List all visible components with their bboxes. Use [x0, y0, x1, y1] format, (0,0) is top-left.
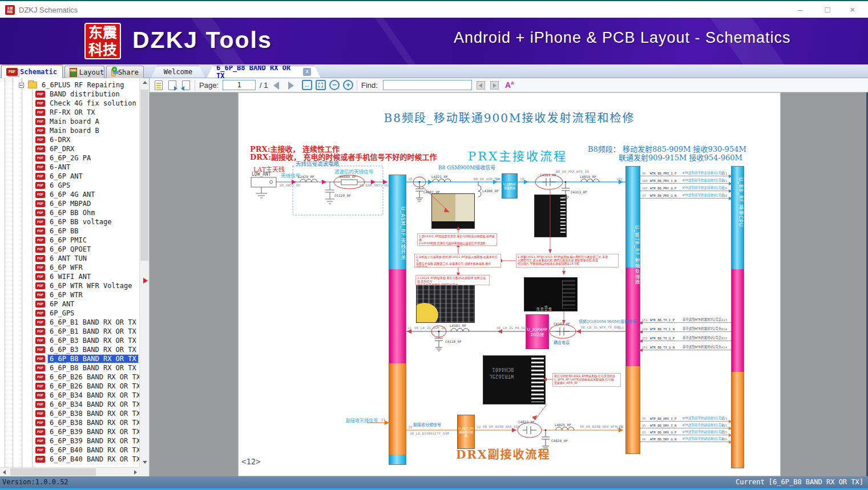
- tree-item[interactable]: PDF6_6P_B39 BAND RX OR TX: [0, 427, 139, 436]
- vertical-scroll-thumb[interactable]: [140, 90, 148, 261]
- tree-item[interactable]: PDF6_6P 4G ANT: [0, 190, 139, 199]
- minimize-button[interactable]: –: [792, 3, 809, 16]
- tree-item[interactable]: PDF6_6P QPOET: [0, 245, 139, 254]
- tree-item[interactable]: PDF6_6P_B3 BAND RX OR TX Mai: [0, 345, 139, 354]
- next-page-icon[interactable]: [288, 82, 294, 90]
- pdf-icon: PDF: [35, 91, 45, 98]
- properties-icon[interactable]: [155, 80, 163, 90]
- tree-root-folder[interactable]: 6_6PLUS RF Repairing: [0, 80, 126, 90]
- doc-tab-welcome[interactable]: Welcome: [151, 66, 205, 78]
- prev-page-icon[interactable]: [273, 82, 279, 90]
- tree-item[interactable]: PDF6_6P_B26 BAND RX OR TX: [0, 372, 139, 382]
- tree-item-label: 6_6P_B3 BAND RX OR TX: [48, 337, 138, 345]
- tree-item[interactable]: PDF6P ANT: [0, 299, 139, 309]
- tree-item-label: 6_6P 4G ANT: [48, 191, 96, 199]
- scroll-right-icon[interactable]: [131, 468, 140, 476]
- prev-view-icon[interactable]: [168, 80, 176, 90]
- signal-row: 76WTR_BB_DRX_I_PWTR送到基带的副接收I信号正E13: [640, 415, 731, 422]
- tree-item[interactable]: PDF6_6P MBPAD: [0, 199, 139, 208]
- tree-item[interactable]: PDF6P_GPS: [0, 309, 139, 318]
- tab-share[interactable]: Share: [106, 66, 144, 78]
- maximize-button[interactable]: □: [819, 3, 836, 16]
- tree-vertical-scrollbar[interactable]: [139, 78, 149, 467]
- scroll-down-icon[interactable]: [140, 458, 150, 467]
- tab-layout-label: Layout: [79, 68, 104, 76]
- tree-item[interactable]: PDFCheck 4G fix solution: [0, 99, 139, 108]
- tree-item[interactable]: PDF6_6P_2G PA: [0, 153, 139, 163]
- tree-item[interactable]: PDF6_6P_B40 BAND RX OR TX: [0, 446, 139, 455]
- label-filtered-signal: 滤波后的天线信号: [334, 168, 373, 175]
- tree-item[interactable]: PDF6-DRX: [0, 135, 139, 144]
- next-view-icon[interactable]: [182, 80, 190, 90]
- tree-item[interactable]: PDF6 WIFI ANT: [0, 272, 139, 281]
- tree-item-label: 6_6P MBPAD: [48, 200, 92, 208]
- tree-item[interactable]: PDF6-ANT: [0, 163, 139, 172]
- tree-item[interactable]: PDF6_6P BB Ohm: [0, 208, 139, 217]
- tree-item[interactable]: PDF6 ANT TUN: [0, 254, 139, 263]
- tree-item-label: 6_6P WTR: [48, 291, 84, 299]
- tab-close-icon[interactable]: x: [303, 68, 311, 76]
- tree-item[interactable]: PDF6_6P WTR WFR Voltage: [0, 281, 139, 290]
- tree-item[interactable]: PDF6_6P BB voltage: [0, 217, 139, 226]
- prx-iq-signals: 99WTR_BB_PRX_I_PWTR送到基带的主接收I信号正E11100WTR…: [640, 169, 731, 199]
- tree-item[interactable]: PDF6_6P_B26 BAND RX OR TX Ma: [0, 382, 139, 391]
- tree-item[interactable]: PDF6 GPS: [0, 181, 139, 190]
- tree-item[interactable]: PDF6_6P_B1 BAND RX OR TX Mai: [0, 327, 139, 336]
- fit-page-icon[interactable]: [316, 80, 326, 90]
- signal-desc: WTR送到基带的主接收Q信号负: [683, 193, 725, 197]
- app-banner: 东震科技 DZKJ Tools Android + iPhone & PCB L…: [0, 18, 868, 64]
- signal-desc: 基带送到WTR的发射I信号正: [683, 317, 721, 322]
- signal-pin2: C11: [721, 179, 727, 183]
- fit-width-icon[interactable]: ↔: [302, 80, 312, 90]
- pdf-icon: PDF: [35, 182, 45, 189]
- zoom-out-icon[interactable]: −: [329, 80, 340, 90]
- tree-item[interactable]: PDFMain board A: [0, 117, 139, 126]
- tree-item[interactable]: PDF6_6P_B34 BAND RX OR TX Ma: [0, 400, 139, 409]
- tree-item[interactable]: PDF6P_DRX: [0, 144, 139, 153]
- tree-item[interactable]: PDF6_6P_B38 BAND RX OR TX Ma: [0, 418, 139, 427]
- tab-layout[interactable]: PADS Layout: [64, 66, 104, 78]
- tree-item[interactable]: PDF6_6P_B3 BAND RX OR TX: [0, 336, 139, 345]
- horizontal-scroll-thumb[interactable]: [10, 468, 96, 476]
- signal-pin2: E15: [721, 431, 727, 434]
- tree-item[interactable]: PDF6_6P BB: [0, 226, 139, 236]
- repair-note: 1.测量C4311_RF和C4313_RF焊接天线,输入网打信号逐查第二步,手滑…: [516, 254, 619, 268]
- label-low-ant: LOW_ANT: [252, 172, 271, 177]
- close-button[interactable]: ×: [844, 3, 861, 16]
- doc-tab-current[interactable]: 6_6P_B8 BAND RX OR TX x: [207, 66, 321, 78]
- label-l4101: L4101_RF: [450, 323, 466, 327]
- tree-item[interactable]: PDF6_6P_B8 BAND RX OR TX: [0, 354, 139, 363]
- collapse-icon[interactable]: [19, 83, 24, 88]
- zoom-in-icon[interactable]: +: [343, 80, 353, 90]
- tree-item[interactable]: PDF6_6P_B34 BAND RX OR TX: [0, 391, 139, 400]
- tree-item[interactable]: PDF6_6P WTR: [0, 290, 139, 299]
- find-next-icon[interactable]: [490, 81, 499, 90]
- pdf-icon: PDF: [35, 328, 45, 335]
- pdf-icon: PDF: [35, 355, 45, 362]
- pdf-icon: PDF: [35, 100, 45, 107]
- signal-pin2: B13: [721, 337, 727, 340]
- tree-item-label: 6_6P_B38 BAND RX OR TX: [48, 410, 139, 418]
- tree-item[interactable]: PDF6_6P ANT: [0, 172, 139, 181]
- font-size-icon[interactable]: Aa: [505, 80, 514, 90]
- prx-flow-title: PRX主接收流程: [468, 147, 567, 164]
- tree-item[interactable]: PDF6_6P_B38 BAND RX OR TX: [0, 409, 139, 418]
- tree-item[interactable]: PDF6_6P_B8 BAND RX OR TX Mai: [0, 363, 139, 372]
- scroll-left-icon[interactable]: [0, 468, 9, 476]
- tree-item-label: 6_6P_B34 BAND RX OR TX: [48, 391, 139, 399]
- scroll-up-icon[interactable]: [140, 78, 150, 87]
- tree-item[interactable]: PDFRF-RX OR TX: [0, 108, 139, 117]
- tree-item[interactable]: PDFBAND distribution: [0, 90, 139, 99]
- tree-item[interactable]: PDF6_6P_B39 BAND RX OR TX Ma: [0, 436, 139, 446]
- tab-schematic[interactable]: PDF Schematic: [1, 64, 63, 78]
- tree-item[interactable]: PDF6_6P PMIC: [0, 236, 139, 245]
- find-input[interactable]: [383, 80, 472, 90]
- tree-item[interactable]: PDF6_6P WFR: [0, 263, 139, 272]
- page-marker: <12>: [241, 457, 261, 466]
- page-input[interactable]: [223, 80, 256, 90]
- find-prev-icon[interactable]: [477, 81, 485, 90]
- tree-item[interactable]: PDFMain board B: [0, 126, 139, 135]
- tree-item[interactable]: PDF6_6P_B1 BAND RX OR TX: [0, 318, 139, 327]
- tree-item[interactable]: PDF6_6P_B40 BAND RX OR TX Ma: [0, 455, 139, 464]
- tree-horizontal-scrollbar[interactable]: [0, 467, 140, 476]
